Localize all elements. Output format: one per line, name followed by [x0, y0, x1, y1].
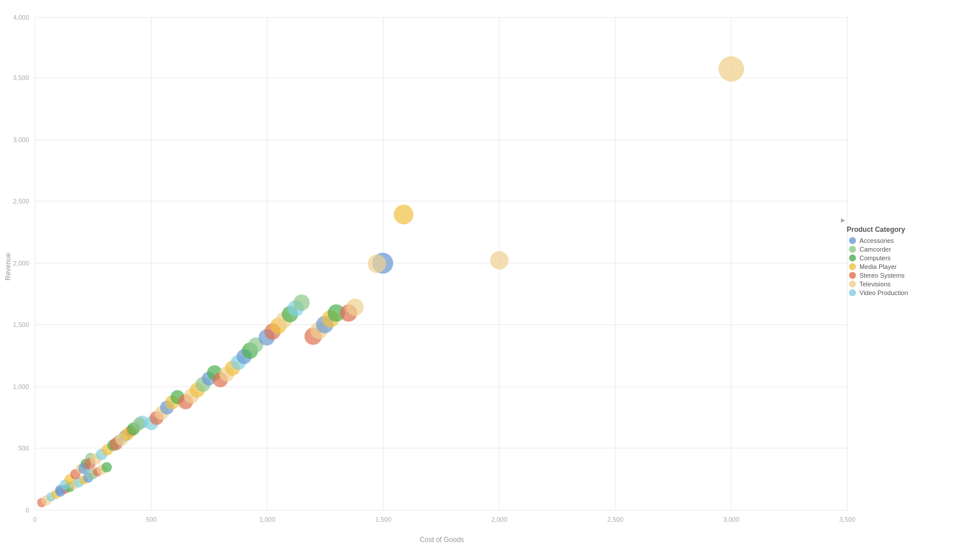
data-point[interactable] [719, 56, 744, 82]
data-point[interactable] [394, 205, 413, 224]
x-axis-label: Cost of Goods [420, 536, 465, 544]
legend-dot-stereo-systems [849, 272, 856, 279]
y-tick-2000: 2,000 [13, 260, 29, 267]
legend-title: Product Category [847, 226, 905, 234]
data-point[interactable] [346, 299, 364, 316]
x-tick-1000: 1,000 [259, 516, 275, 523]
x-tick-0: 0 [33, 516, 37, 523]
x-tick-1500: 1,500 [375, 516, 391, 523]
legend-dot-video-production [849, 289, 856, 296]
y-tick-0: 0 [26, 507, 29, 514]
legend-dot-televisions [849, 281, 856, 288]
x-tick-2000: 2,000 [491, 516, 507, 523]
x-tick-3500: 3,500 [839, 516, 855, 523]
legend-label-televisions: Televisions [859, 281, 891, 288]
legend-label-computers: Computers [859, 254, 891, 261]
legend-label-media-player: Media Player [859, 263, 897, 270]
legend-dot-computers [849, 254, 856, 261]
y-tick-4000: 4,000 [13, 14, 29, 21]
data-point[interactable] [293, 294, 310, 311]
data-point[interactable] [368, 254, 386, 273]
y-tick-500: 500 [19, 445, 29, 452]
y-tick-2500: 2,500 [13, 198, 29, 205]
y-axis-label: Revenue [4, 253, 12, 281]
legend-label-stereo-systems: Stereo Systems [859, 272, 905, 279]
x-tick-3000: 3,000 [723, 516, 739, 523]
data-point[interactable] [490, 251, 509, 270]
data-points [37, 56, 744, 507]
legend-label-video-production: Video Production [859, 289, 908, 296]
y-tick-1500: 1,500 [13, 321, 29, 328]
x-tick-2500: 2,500 [607, 516, 623, 523]
x-tick-500: 500 [146, 516, 157, 523]
y-tick-3500: 3,500 [13, 74, 29, 81]
legend-dot-media-player [849, 263, 856, 270]
legend-label-camcorder: Camcorder [859, 246, 891, 253]
data-point[interactable] [101, 462, 112, 472]
y-tick-1000: 1,000 [13, 383, 29, 390]
data-point[interactable] [133, 417, 146, 430]
legend-label-accessories: Accessories [859, 237, 894, 244]
legend-expand-icon[interactable]: ▶ [841, 217, 846, 223]
y-tick-3000: 3,000 [13, 136, 29, 143]
legend-dot-camcorder [849, 246, 856, 253]
legend-dot-accessories [849, 237, 856, 244]
scatter-chart: 0 500 1,000 1,500 2,000 2,500 3,000 3,50… [0, 0, 965, 560]
svg-rect-0 [35, 17, 849, 510]
